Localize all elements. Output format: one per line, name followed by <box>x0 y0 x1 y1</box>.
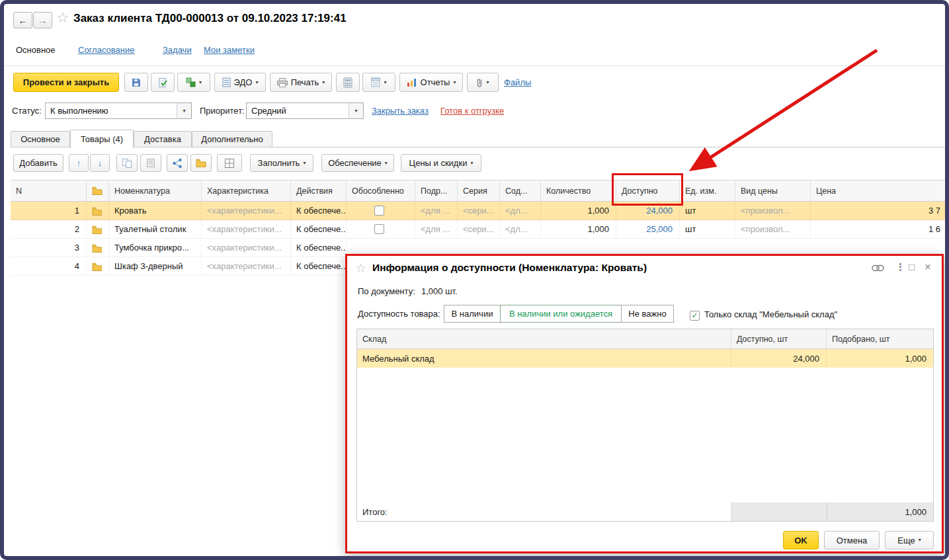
option-in-stock[interactable]: В наличии <box>444 305 501 323</box>
col-header-characteristic[interactable]: Характеристика <box>202 180 291 201</box>
move-down-button[interactable]: ↓ <box>90 154 110 172</box>
availability-dialog: ☆ Информация о доступности (Номенклатура… <box>345 254 944 553</box>
chevron-down-icon: ▾ <box>486 80 489 85</box>
favorite-star-icon[interactable]: ☆ <box>56 9 69 26</box>
document-gray-icon <box>146 158 155 168</box>
show-folders-button[interactable] <box>190 154 212 172</box>
printer-icon <box>277 78 288 87</box>
attachments-button[interactable]: ▾ <box>467 73 499 92</box>
products-table-header: N Номенклатура Характеристика Действия О… <box>11 180 946 202</box>
nav-item-approval[interactable]: Согласование <box>78 45 134 55</box>
move-up-button[interactable]: ↑ <box>69 154 89 172</box>
priority-select[interactable]: Средний ▾ <box>246 102 364 119</box>
col-header-picked[interactable]: Подобрано, шт <box>827 329 933 349</box>
post-document-icon <box>157 77 168 88</box>
chevron-down-icon: ▾ <box>384 80 386 85</box>
print-button[interactable]: Печать ▾ <box>270 73 332 92</box>
close-order-link[interactable]: Закрыть заказ <box>372 106 429 116</box>
chevron-down-icon: ▾ <box>303 161 306 166</box>
fill-menu-button[interactable]: Заполнить ▾ <box>250 154 313 172</box>
col-header-nomenclature[interactable]: Номенклатура <box>109 180 202 201</box>
chevron-down-icon: ▾ <box>354 108 357 114</box>
col-header-sod[interactable]: Сод... <box>500 180 541 201</box>
post-and-close-button[interactable]: Провести и закрыть <box>13 73 119 92</box>
page-title: Заказ клиента ТД00-000013 от 09.10.2023 … <box>73 12 347 25</box>
save-button[interactable] <box>124 73 148 92</box>
table-row[interactable]: 1 Кровать <характеристики... К обеспече.… <box>11 202 946 220</box>
nav-item-main[interactable]: Основное <box>16 45 56 55</box>
forward-button[interactable]: → <box>33 12 52 28</box>
tab-main[interactable]: Основное <box>11 131 70 147</box>
chevron-down-icon: ▾ <box>919 538 921 543</box>
separate-checkbox[interactable] <box>347 202 415 220</box>
copy-icon <box>122 158 132 169</box>
col-header-actions[interactable]: Действия <box>291 180 347 201</box>
chevron-down-icon: ▾ <box>385 161 388 166</box>
col-header-n[interactable]: N <box>11 180 87 201</box>
calculator-icon <box>343 77 352 88</box>
maximize-icon[interactable]: □ <box>909 262 915 272</box>
more-menu-icon[interactable]: ⋮ <box>895 262 905 272</box>
col-header-folder[interactable] <box>87 180 109 201</box>
tab-goods[interactable]: Товары (4) <box>70 130 134 148</box>
pick-products-button[interactable] <box>167 154 188 172</box>
prices-menu-button[interactable]: Цены и скидки ▾ <box>401 154 481 172</box>
col-header-available[interactable]: Доступно, шт <box>731 329 827 349</box>
col-header-price-type[interactable]: Вид цены <box>735 180 811 201</box>
ok-button[interactable]: OK <box>783 531 819 549</box>
reports-button[interactable]: Отчеты ▾ <box>399 73 463 92</box>
priority-label: Приоритет: <box>200 106 245 116</box>
nav-item-notes[interactable]: Мои заметки <box>204 45 255 55</box>
col-header-podr[interactable]: Подр... <box>415 180 458 201</box>
option-not-important[interactable]: Не важно <box>621 305 674 323</box>
files-link[interactable]: Файлы <box>504 77 531 87</box>
post-document-button[interactable] <box>151 73 175 92</box>
folder-icon <box>92 186 103 196</box>
edo-button[interactable]: ЭДО ▾ <box>214 73 266 92</box>
col-header-separate[interactable]: Обособленно <box>347 180 415 201</box>
close-icon[interactable]: × <box>925 261 931 272</box>
col-header-unit[interactable]: Ед. изм. <box>680 180 735 201</box>
status-dropdown-button[interactable]: ▾ <box>177 103 191 118</box>
ready-to-ship-link[interactable]: Готов к отгрузке <box>440 106 504 116</box>
folder-icon <box>92 225 102 234</box>
cancel-button[interactable]: Отмена <box>824 531 880 549</box>
duplicate-row-button[interactable] <box>140 154 161 172</box>
dialog-favorite-star-icon[interactable]: ☆ <box>355 260 366 276</box>
annotation-highlight-box <box>612 173 683 206</box>
warehouse-only-checkbox[interactable]: ✓ <box>690 309 700 321</box>
chevron-down-icon: ▾ <box>199 80 202 85</box>
status-select[interactable]: К выполнению ▾ <box>45 102 192 119</box>
supply-menu-button[interactable]: Обеспечение ▾ <box>321 154 394 172</box>
nav-item-tasks[interactable]: Задачи <box>163 45 192 55</box>
option-in-stock-or-expected[interactable]: В наличии или ожидается <box>500 305 622 323</box>
separate-checkbox[interactable] <box>347 220 415 238</box>
add-row-button[interactable]: Добавить <box>13 154 63 172</box>
create-based-on-button[interactable]: ▾ <box>177 73 210 92</box>
warehouse-row[interactable]: Мебельный склад 24,000 1,000 <box>357 349 933 368</box>
doc-qty-value: 1,000 шт. <box>421 286 458 296</box>
more-button[interactable]: Еще ▾ <box>885 531 934 549</box>
folder-icon <box>92 206 102 216</box>
table-row[interactable]: 2 Туалетный столик <характеристики... К … <box>11 220 946 239</box>
batch-change-button[interactable] <box>217 154 242 172</box>
tab-delivery[interactable]: Доставка <box>134 131 192 147</box>
col-header-qty[interactable]: Количество <box>541 180 616 201</box>
document-register-button[interactable]: ▾ <box>362 73 395 92</box>
forward-arrow-icon: → <box>38 15 48 26</box>
col-header-series[interactable]: Серия <box>458 180 500 201</box>
availability-filter-label: Доступность товара: <box>358 309 440 319</box>
back-button[interactable]: ← <box>13 12 32 28</box>
arrow-up-icon: ↑ <box>77 158 81 168</box>
copy-row-button[interactable] <box>116 154 138 172</box>
priority-dropdown-button[interactable]: ▾ <box>349 103 363 118</box>
calculator-button[interactable] <box>336 73 360 92</box>
get-link-icon[interactable] <box>872 264 884 272</box>
back-arrow-icon: ← <box>19 15 28 26</box>
tab-additional[interactable]: Дополнительно <box>192 131 272 147</box>
document-register-icon <box>371 77 380 87</box>
col-header-warehouse[interactable]: Склад <box>357 329 731 349</box>
available-cell[interactable]: 25,000 <box>616 220 680 238</box>
chevron-down-icon: ▾ <box>255 80 258 85</box>
col-header-price[interactable]: Цена <box>811 180 946 201</box>
